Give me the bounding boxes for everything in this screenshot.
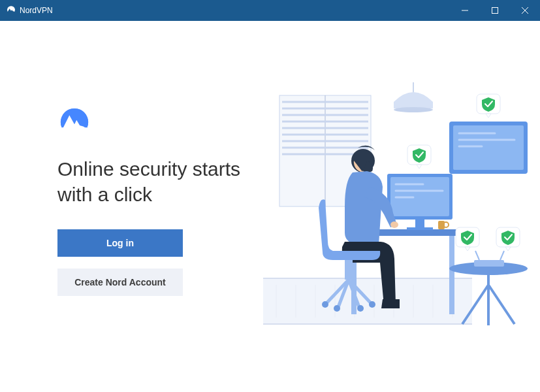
svg-rect-39: [449, 236, 454, 314]
svg-rect-5: [57, 127, 91, 139]
nordvpn-large-logo-icon: [57, 105, 91, 139]
app-title: NordVPN: [20, 6, 53, 15]
svg-marker-74: [465, 247, 470, 251]
svg-point-68: [357, 305, 364, 312]
close-icon: [522, 7, 528, 14]
shield-icon: [477, 94, 500, 118]
minimize-button[interactable]: [450, 0, 480, 21]
create-account-button[interactable]: Create Nord Account: [57, 269, 183, 296]
headline: Online security starts with a click: [57, 156, 253, 207]
shield-icon: [496, 227, 520, 251]
minimize-icon: [462, 7, 468, 14]
svg-point-31: [394, 107, 433, 112]
main-content: Online security starts with a click Log …: [0, 21, 540, 392]
svg-point-67: [334, 305, 340, 312]
svg-marker-72: [417, 165, 422, 169]
nordvpn-logo-icon: [7, 5, 16, 16]
security-illustration: [260, 82, 534, 331]
shield-icon: [456, 227, 479, 251]
svg-rect-54: [474, 260, 504, 267]
svg-point-59: [390, 221, 398, 228]
svg-marker-76: [505, 247, 511, 251]
login-button[interactable]: Log in: [57, 229, 183, 257]
svg-rect-1: [492, 8, 498, 14]
svg-rect-33: [453, 125, 524, 170]
close-button[interactable]: [510, 0, 540, 21]
svg-line-56: [500, 251, 504, 260]
titlebar-left: NordVPN: [0, 5, 53, 16]
svg-rect-60: [345, 260, 353, 280]
svg-line-52: [488, 285, 515, 324]
left-pane: Online security starts with a click Log …: [57, 105, 253, 308]
maximize-icon: [492, 7, 498, 14]
svg-point-65: [322, 301, 328, 308]
svg-line-55: [475, 251, 479, 260]
shield-icon: [407, 145, 431, 169]
maximize-button[interactable]: [480, 0, 510, 21]
illustration-pane: [253, 21, 540, 392]
svg-point-66: [369, 301, 375, 308]
titlebar: NordVPN: [0, 0, 540, 21]
svg-marker-70: [486, 114, 491, 118]
svg-rect-46: [407, 227, 433, 230]
